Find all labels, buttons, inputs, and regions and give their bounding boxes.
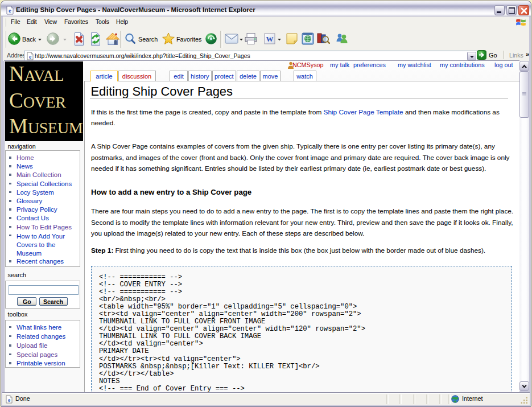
svg-text:e: e xyxy=(9,7,11,14)
svg-text:e: e xyxy=(29,54,31,59)
svg-text:W: W xyxy=(266,35,274,43)
svg-text:e: e xyxy=(8,397,10,403)
